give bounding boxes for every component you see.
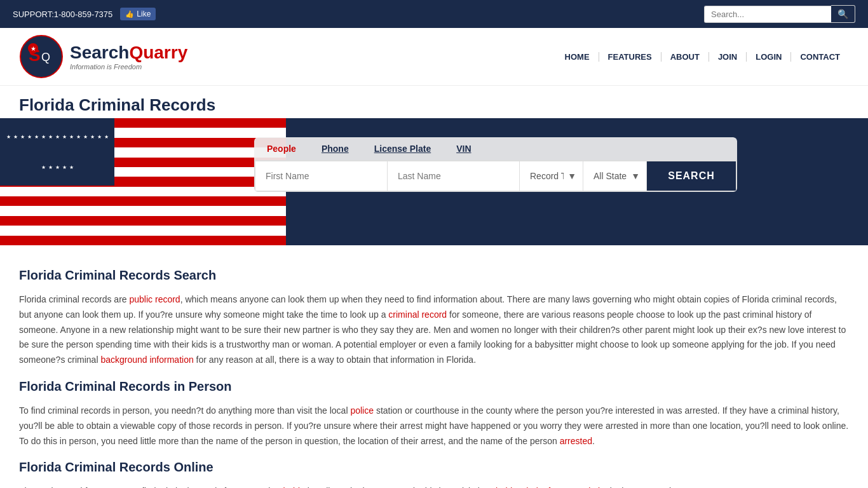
star: ★ — [104, 134, 109, 140]
fb-like-label: Like — [137, 10, 151, 18]
tab-phone[interactable]: Phone — [309, 137, 362, 160]
flag-canton: ★ ★ ★ ★ ★ ★ ★ ★ ★ ★ ★ ★ ★ ★ ★ ★ ★ ★ ★ ★ — [0, 118, 114, 186]
star: ★ — [20, 134, 25, 140]
tab-people[interactable]: People — [254, 137, 309, 160]
stripe-10 — [0, 206, 286, 215]
star: ★ — [69, 165, 74, 170]
section1-paragraph: Florida criminal records are public reco… — [19, 292, 849, 368]
criminal-record-link[interactable]: criminal record — [388, 309, 447, 320]
section1-text-before: Florida criminal records are — [19, 294, 130, 304]
logo-subtitle: Information is Freedom — [70, 63, 187, 71]
top-search-button[interactable]: 🔍 — [831, 5, 855, 23]
hero-banner: ★ ★ ★ ★ ★ ★ ★ ★ ★ ★ ★ ★ ★ ★ ★ ★ ★ ★ ★ ★ … — [0, 118, 868, 245]
section2-text-before: To find criminal records in person, you … — [19, 405, 350, 416]
facebook-like-button[interactable]: 👍 Like — [120, 8, 156, 20]
star: ★ — [90, 134, 95, 140]
top-search-input[interactable] — [704, 6, 831, 23]
stripe-8 — [0, 187, 286, 196]
thumbs-up-icon: 👍 — [125, 10, 134, 18]
svg-text:★: ★ — [31, 45, 36, 52]
section2-heading: Florida Criminal Records in Person — [19, 376, 849, 397]
star: ★ — [27, 134, 32, 140]
stripe-13 — [0, 236, 286, 245]
stripe-11 — [0, 216, 286, 226]
search-tabs: People Phone License Plate VIN — [254, 137, 737, 160]
star: ★ — [83, 134, 88, 140]
section2-text-after2: . — [592, 436, 595, 446]
header: S Q ★ SearchQuarry Information is Freedo… — [0, 28, 868, 86]
logo-search: Search — [70, 43, 129, 62]
nav-item-features[interactable]: FEATURES — [599, 52, 661, 62]
public-record-link[interactable]: public record — [130, 294, 180, 304]
star: ★ — [6, 134, 11, 140]
record-type-wrapper: Record Type ▼ — [520, 161, 583, 191]
page-title: Florida Criminal Records — [19, 95, 849, 115]
nav-item-login[interactable]: LOGIN — [747, 52, 791, 62]
star: ★ — [34, 134, 39, 140]
star: ★ — [97, 134, 102, 140]
search-widget: People Phone License Plate VIN Record Ty… — [254, 137, 737, 192]
all-states-wrapper: All States ▼ — [583, 161, 647, 191]
section2-paragraph: To find criminal records in person, you … — [19, 403, 849, 449]
star: ★ — [69, 134, 74, 140]
police-link[interactable]: police — [350, 405, 374, 416]
nav-item-join[interactable]: JOIN — [709, 52, 747, 62]
nav-item-about[interactable]: ABOUT — [661, 52, 709, 62]
tab-vin[interactable]: VIN — [444, 137, 484, 160]
star: ★ — [41, 134, 46, 140]
section3-paragraph: The easiest and fastest way to find crim… — [19, 484, 849, 488]
top-bar: SUPPORT:1-800-859-7375 👍 Like 🔍 — [0, 0, 868, 28]
section1-heading: Florida Criminal Records Search — [19, 264, 849, 286]
support-text: SUPPORT:1-800-859-7375 — [13, 10, 112, 19]
star: ★ — [48, 134, 53, 140]
logo-quarry: Quarry — [129, 43, 187, 62]
stripe-12 — [0, 226, 286, 235]
top-search-bar: 🔍 — [704, 5, 855, 23]
stripe-9 — [0, 196, 286, 206]
star: ★ — [41, 165, 46, 170]
state-select[interactable]: All States — [583, 162, 646, 190]
tab-license-plate[interactable]: License Plate — [362, 137, 444, 160]
star: ★ — [62, 165, 67, 170]
star: ★ — [62, 134, 67, 140]
section1-text-after3: for any reason at all, there is a way to… — [194, 355, 476, 365]
star: ★ — [55, 134, 60, 140]
star: ★ — [13, 134, 18, 140]
content-area: Florida Criminal Records Search Florida … — [0, 245, 868, 488]
flag-decoration: ★ ★ ★ ★ ★ ★ ★ ★ ★ ★ ★ ★ ★ ★ ★ ★ ★ ★ ★ ★ — [0, 118, 286, 245]
nav-item-home[interactable]: HOME — [556, 52, 599, 62]
page-title-area: Florida Criminal Records — [0, 86, 868, 118]
logo-title: SearchQuarry — [70, 43, 187, 63]
star: ★ — [48, 165, 53, 170]
background-info-link[interactable]: background information — [100, 355, 193, 365]
first-name-input[interactable] — [255, 161, 388, 191]
logo-area: S Q ★ SearchQuarry Information is Freedo… — [19, 34, 187, 79]
arrested-link[interactable]: arrested — [560, 436, 592, 446]
search-button[interactable]: SEARCH — [647, 161, 736, 191]
svg-text:Q: Q — [41, 51, 50, 64]
top-bar-left: SUPPORT:1-800-859-7375 👍 Like — [13, 8, 156, 20]
main-nav: HOMEFEATURESABOUTJOINLOGINCONTACT — [556, 52, 849, 62]
star: ★ — [55, 165, 60, 170]
logo-text: SearchQuarry Information is Freedom — [70, 43, 187, 71]
search-form: Record Type ▼ All States ▼ SEARCH — [254, 160, 737, 192]
star: ★ — [76, 134, 81, 140]
section3-heading: Florida Criminal Records Online — [19, 456, 849, 478]
logo-icon: S Q ★ — [19, 34, 64, 79]
nav-item-contact[interactable]: CONTACT — [791, 52, 849, 62]
last-name-input[interactable] — [388, 161, 520, 191]
record-type-select[interactable]: Record Type — [520, 162, 583, 190]
